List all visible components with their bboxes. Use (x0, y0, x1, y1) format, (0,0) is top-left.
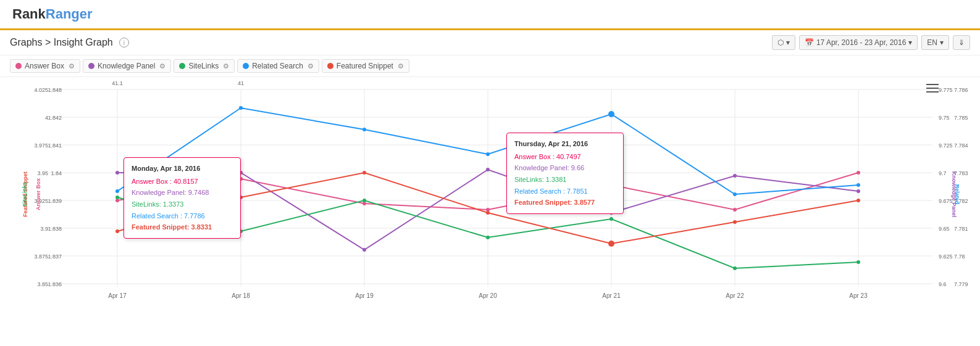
svg-point-71 (239, 229, 243, 233)
svg-point-78 (239, 106, 243, 110)
download-button[interactable]: ⇓ (953, 35, 970, 50)
legend-gear-answerbox[interactable]: ⚙ (69, 62, 75, 70)
y-axis-left-container: Featured Snippet SiteLinks Answer Box (1, 77, 35, 311)
svg-point-87 (486, 211, 490, 215)
svg-text:3.95: 3.95 (37, 170, 48, 176)
svg-point-84 (115, 229, 119, 233)
svg-point-90 (856, 199, 860, 202)
svg-point-74 (609, 217, 613, 221)
svg-text:1.836: 1.836 (48, 281, 62, 287)
svg-text:1.838: 1.838 (48, 226, 62, 232)
toolbar-left: Graphs > Insight Graph i (10, 37, 129, 48)
info-icon[interactable]: i (119, 38, 129, 47)
svg-point-60 (608, 182, 614, 188)
svg-point-81 (608, 111, 614, 117)
legend-item-answerbox[interactable]: Answer Box ⚙ (10, 59, 80, 73)
legend-gear-sitelinks[interactable]: ⚙ (223, 62, 229, 70)
legend-dot-knowledgepanel (88, 63, 94, 69)
logo-ranger: Ranger (46, 6, 93, 22)
legend-label-knowledgepanel: Knowledge Panel (98, 62, 155, 70)
svg-text:1.848: 1.848 (48, 87, 62, 93)
svg-point-75 (733, 266, 737, 270)
svg-text:Apr 19: Apr 19 (355, 292, 374, 299)
svg-point-85 (239, 196, 243, 199)
date-chevron: ▾ (908, 38, 912, 47)
svg-point-57 (239, 177, 243, 181)
legend-label-sitelinks: SiteLinks (188, 62, 219, 70)
svg-point-68 (733, 174, 737, 178)
page-title: Graphs > Insight Graph (10, 37, 113, 48)
svg-point-79 (362, 128, 366, 131)
svg-point-67 (609, 211, 613, 215)
svg-point-77 (115, 189, 119, 193)
toolbar: Graphs > Insight Graph i ⬡ ▾ 📅 17 Apr, 2… (0, 30, 980, 55)
legend-bar: Answer Box ⚙ Knowledge Panel ⚙ SiteLinks… (0, 55, 980, 77)
svg-point-76 (856, 260, 860, 264)
svg-point-73 (486, 236, 490, 239)
header: RankRanger (0, 0, 980, 30)
svg-point-65 (362, 248, 366, 252)
legend-gear-knowledgepanel[interactable]: ⚙ (159, 62, 165, 70)
svg-point-72 (362, 199, 366, 202)
svg-text:1.841: 1.841 (48, 142, 62, 149)
svg-point-83 (856, 183, 860, 187)
svg-text:3.9: 3.9 (40, 226, 48, 232)
chart-svg: 4.025 4 3.975 3.95 3.925 3.9 3.875 3.85 … (0, 77, 980, 311)
svg-point-62 (856, 171, 860, 175)
svg-point-63 (115, 171, 119, 175)
svg-text:41.1: 41.1 (112, 80, 123, 86)
legend-item-featuredsnippet[interactable]: Featured Snippet ⚙ (322, 59, 409, 73)
legend-item-relatedsearch[interactable]: Related Search ⚙ (237, 59, 319, 73)
svg-text:Apr 21: Apr 21 (602, 292, 621, 299)
svg-text:Apr 23: Apr 23 (849, 292, 868, 299)
svg-point-82 (733, 192, 737, 196)
logo: RankRanger (12, 6, 93, 22)
legend-dot-answerbox (15, 63, 22, 69)
svg-text:1.84: 1.84 (51, 170, 62, 176)
legend-item-knowledgepanel[interactable]: Knowledge Panel ⚙ (83, 59, 171, 73)
language-chevron: ▾ (940, 38, 944, 47)
cube-icon: ⬡ (777, 38, 784, 47)
legend-label-answerbox: Answer Box (25, 62, 64, 70)
y-label-related: Related (955, 184, 961, 205)
logo-rank: Rank (12, 6, 46, 22)
chart-container: Featured Snippet SiteLinks Answer Box Kn… (0, 77, 980, 311)
svg-text:Apr 18: Apr 18 (232, 292, 250, 299)
svg-text:Apr 17: Apr 17 (108, 292, 127, 299)
svg-text:3.85: 3.85 (37, 281, 48, 287)
language-button[interactable]: EN ▾ (921, 35, 949, 50)
svg-text:Apr 20: Apr 20 (479, 292, 497, 299)
y-axis-right-container: Knowledge Panel Related (945, 77, 979, 311)
svg-point-86 (362, 171, 366, 175)
svg-text:Apr 22: Apr 22 (726, 292, 744, 299)
download-icon: ⇓ (958, 38, 965, 47)
toolbar-right: ⬡ ▾ 📅 17 Apr, 2016 - 23 Apr, 2016 ▾ EN ▾… (772, 35, 970, 50)
date-range-label: 17 Apr, 2016 - 23 Apr, 2016 (816, 38, 906, 47)
svg-text:3.975: 3.975 (34, 142, 48, 149)
legend-dot-sitelinks (179, 63, 185, 69)
svg-point-80 (486, 152, 490, 156)
cube-button[interactable]: ⬡ ▾ (772, 35, 795, 50)
cube-chevron: ▾ (786, 38, 790, 47)
date-range-button[interactable]: 📅 17 Apr, 2016 - 23 Apr, 2016 ▾ (799, 35, 918, 50)
svg-point-64 (239, 171, 243, 175)
svg-text:1.842: 1.842 (48, 115, 62, 121)
svg-text:1.837: 1.837 (48, 253, 62, 260)
legend-dot-relatedsearch (243, 63, 249, 69)
legend-label-relatedsearch: Related Search (252, 62, 303, 70)
y-label-answer-box: Answer Box (35, 178, 41, 210)
svg-text:41: 41 (238, 80, 244, 86)
svg-text:3.875: 3.875 (34, 253, 48, 260)
legend-item-sitelinks[interactable]: SiteLinks ⚙ (174, 59, 235, 73)
svg-point-89 (733, 220, 737, 224)
legend-gear-relatedsearch[interactable]: ⚙ (308, 62, 314, 70)
calendar-icon: 📅 (805, 38, 814, 47)
legend-gear-featuredsnippet[interactable]: ⚙ (398, 62, 404, 70)
legend-label-featuredsnippet: Featured Snippet (337, 62, 393, 70)
svg-text:1.839: 1.839 (48, 198, 62, 204)
language-label: EN (927, 38, 937, 47)
legend-dot-featuredsnippet (327, 63, 333, 69)
svg-point-61 (733, 208, 737, 212)
svg-point-66 (486, 168, 490, 171)
y-label-sitelinks: SiteLinks (22, 182, 28, 207)
